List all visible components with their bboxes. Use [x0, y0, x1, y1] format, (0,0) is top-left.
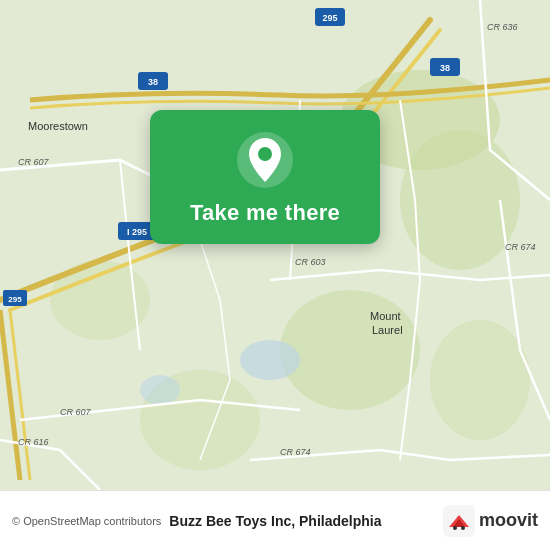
- svg-text:CR 674: CR 674: [280, 447, 311, 457]
- svg-text:Mount: Mount: [370, 310, 401, 322]
- take-me-there-button[interactable]: Take me there: [190, 200, 340, 226]
- location-text: Buzz Bee Toys Inc, Philadelphia: [169, 513, 443, 529]
- svg-text:CR 607: CR 607: [18, 157, 50, 167]
- copyright-text: © OpenStreetMap contributors: [12, 515, 161, 527]
- svg-point-32: [258, 147, 272, 161]
- svg-text:CR 607: CR 607: [60, 407, 92, 417]
- svg-text:CR 674: CR 674: [505, 242, 536, 252]
- moovit-logo: moovit: [443, 505, 538, 537]
- svg-text:Laurel: Laurel: [372, 324, 403, 336]
- svg-point-35: [461, 526, 465, 530]
- location-card[interactable]: Take me there: [150, 110, 380, 244]
- svg-point-3: [280, 290, 420, 410]
- location-pin-icon: [235, 130, 295, 190]
- svg-text:295: 295: [8, 295, 22, 304]
- map-container[interactable]: 295 38 38 I 295 38 CR 607 CR 636 CR 674 …: [0, 0, 550, 490]
- svg-text:38: 38: [440, 63, 450, 73]
- svg-text:CR 636: CR 636: [487, 22, 518, 32]
- moovit-icon: [443, 505, 475, 537]
- svg-point-7: [240, 340, 300, 380]
- moovit-text: moovit: [479, 510, 538, 531]
- svg-point-6: [430, 320, 530, 440]
- svg-text:CR 616: CR 616: [18, 437, 49, 447]
- svg-text:I 295: I 295: [127, 227, 147, 237]
- svg-text:295: 295: [322, 13, 337, 23]
- svg-text:38: 38: [148, 77, 158, 87]
- map-roads: 295 38 38 I 295 38 CR 607 CR 636 CR 674 …: [0, 0, 550, 490]
- svg-text:CR 603: CR 603: [295, 257, 326, 267]
- bottom-bar: © OpenStreetMap contributors Buzz Bee To…: [0, 490, 550, 550]
- svg-text:Moorestown: Moorestown: [28, 120, 88, 132]
- svg-point-34: [453, 526, 457, 530]
- svg-point-8: [140, 375, 180, 405]
